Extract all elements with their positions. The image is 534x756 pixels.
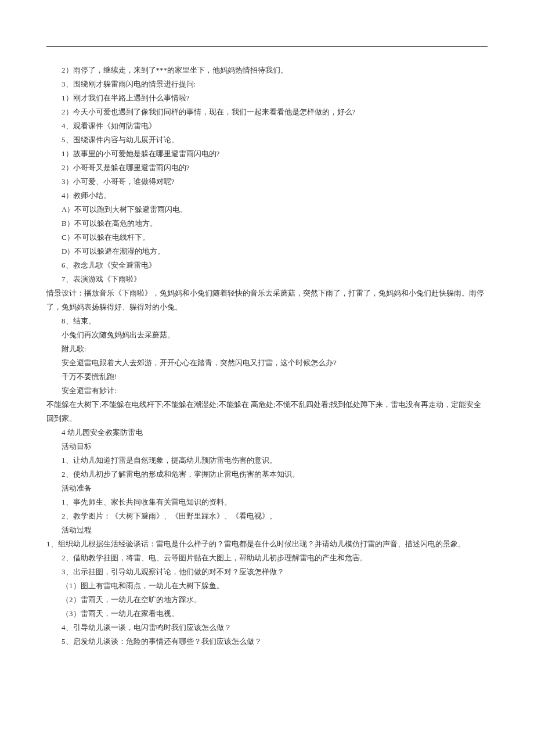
text-line: 情景设计：播放音乐《下雨啦》，兔妈妈和小兔们随着轻快的音乐去采蘑菇，突然下雨了，… [46, 286, 488, 314]
text-line: C）不可以躲在电线杆下。 [46, 231, 488, 244]
text-line: 4）教师小结。 [46, 189, 488, 203]
text-line: 2、教学图片：《大树下避雨》、《田野里踩水》、《看电视》。 [46, 509, 488, 523]
text-line: 附儿歌: [46, 342, 488, 356]
text-line: 活动准备 [46, 481, 488, 495]
text-line: 2）今天小可爱也遇到了像我们同样的事情，现在，我们一起来看看他是怎样做的，好么? [46, 105, 488, 119]
top-divider [46, 46, 488, 47]
document-page: 2）雨停了，继续走，来到了***的家里坐下，他妈妈热情招待我们。3、围绕刚才躲雷… [0, 0, 534, 683]
text-line: 4、观看课件《如何防雷电》 [46, 119, 488, 133]
text-line: 活动过程 [46, 523, 488, 537]
text-line: 安全避雷电跟着大人去郊游，开开心心在踏青，突然闪电又打雷，这个时候怎么办? [46, 356, 488, 370]
text-line: 6、教念儿歌《安全避雷电》 [46, 258, 488, 272]
text-line: （3）雷雨天，一幼儿在家看电视。 [46, 607, 488, 621]
text-line: 2）雨停了，继续走，来到了***的家里坐下，他妈妈热情招待我们。 [46, 63, 488, 77]
text-line: （2）雷雨天，一幼儿在空旷的地方踩水。 [46, 593, 488, 607]
text-line: 小兔们再次随兔妈妈出去采蘑菇。 [46, 328, 488, 342]
text-line: 1）刚才我们在半路上遇到什么事情啦? [46, 91, 488, 105]
text-line: 5、围绕课件内容与幼儿展开讨论。 [46, 133, 488, 147]
text-line: （1）图上有雷电和雨点，一幼儿在大树下躲鱼。 [46, 579, 488, 593]
text-line: 3、出示挂图，引导幼儿观察讨论，他们做的对不对？应该怎样做？ [46, 565, 488, 579]
text-line: 3、围绕刚才躲雷雨闪电的情景进行提问: [46, 77, 488, 91]
text-line: 2、借助教学挂图，将雷、电、云等图片贴在大图上，帮助幼儿初步理解雷电的产生和危害… [46, 551, 488, 565]
text-line: 7、表演游戏《下雨啦》 [46, 272, 488, 286]
text-line: 1、事先师生、家长共同收集有关雷电知识的资料。 [46, 495, 488, 509]
document-body: 2）雨停了，继续走，来到了***的家里坐下，他妈妈热情招待我们。3、围绕刚才躲雷… [46, 63, 488, 649]
text-line: 1、组织幼儿根据生活经验谈话：雷电是什么样子的？雷电都是在什么时候出现？并请幼儿… [46, 537, 488, 551]
text-line: 5、启发幼儿谈谈：危险的事情还有哪些？我们应该怎么做？ [46, 635, 488, 649]
text-line: 安全避雷有妙计: [46, 384, 488, 398]
text-line: 4、引导幼儿谈一谈，电闪雷鸣时我们应该怎么做？ [46, 621, 488, 635]
text-line: B）不可以躲在高危的地方。 [46, 217, 488, 231]
text-line: 2）小哥哥又是躲在哪里避雷雨闪电的? [46, 161, 488, 175]
text-line: 3）小可爱、小哥哥，谁做得对呢? [46, 175, 488, 189]
text-line: 1、让幼儿知道打雷是自然现象，提高幼儿预防雷电伤害的意识。 [46, 453, 488, 467]
text-line: 8、结束。 [46, 314, 488, 328]
text-line: A）不可以跑到大树下躲避雷雨闪电。 [46, 203, 488, 217]
text-line: 2、使幼儿初步了解雷电的形成和危害，掌握防止雷电伤害的基本知识。 [46, 467, 488, 481]
text-line: D）不可以躲避在潮湿的地方。 [46, 244, 488, 258]
text-line: 不能躲在大树下;不能躲在电线杆下;不能躲在潮湿处;不能躲在 高危处;不慌不乱四处… [46, 398, 488, 426]
text-line: 活动目标 [46, 440, 488, 453]
text-line: 4 幼儿园安全教案防雷电 [46, 426, 488, 440]
text-line: 1）故事里的小可爱她是躲在哪里避雷雨闪电的? [46, 147, 488, 161]
text-line: 千万不要慌乱跑! [46, 370, 488, 384]
